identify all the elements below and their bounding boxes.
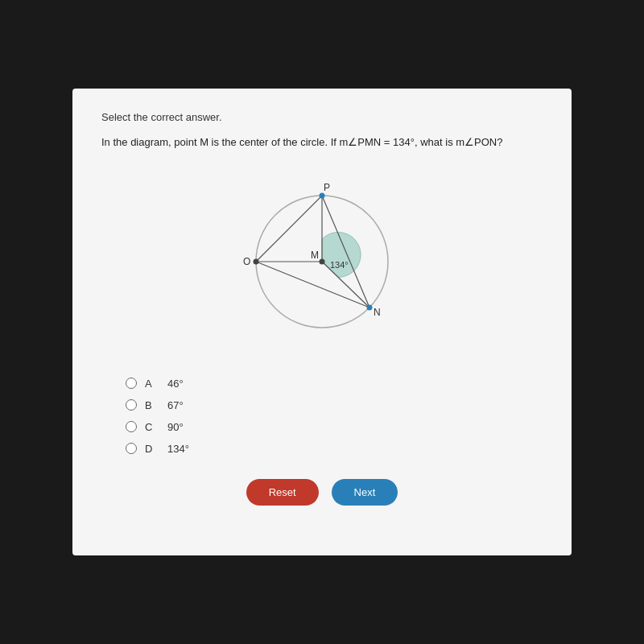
option-a-value: 46° bbox=[167, 378, 184, 390]
next-button[interactable]: Next bbox=[332, 479, 398, 506]
option-b-label: B bbox=[145, 399, 159, 411]
option-c[interactable]: C 90° bbox=[126, 421, 543, 433]
option-d-label: D bbox=[145, 443, 159, 455]
svg-text:N: N bbox=[374, 306, 381, 317]
svg-point-7 bbox=[320, 192, 325, 198]
question-card: Select the correct answer. In the diagra… bbox=[72, 89, 572, 555]
radio-d[interactable] bbox=[126, 443, 137, 454]
instruction-text: Select the correct answer. bbox=[101, 111, 543, 123]
option-b-value: 67° bbox=[167, 399, 184, 411]
svg-text:O: O bbox=[243, 256, 250, 267]
svg-point-11 bbox=[366, 304, 372, 310]
option-d[interactable]: D 134° bbox=[126, 443, 543, 455]
svg-text:P: P bbox=[324, 182, 330, 193]
svg-text:134°: 134° bbox=[330, 260, 349, 270]
option-b[interactable]: B 67° bbox=[126, 399, 543, 411]
radio-c[interactable] bbox=[126, 421, 137, 432]
svg-text:M: M bbox=[311, 250, 319, 261]
reset-button[interactable]: Reset bbox=[246, 479, 319, 506]
option-a[interactable]: A 46° bbox=[126, 378, 543, 390]
radio-a[interactable] bbox=[126, 378, 137, 389]
question-text: In the diagram, point M is the center of… bbox=[101, 134, 543, 151]
radio-b[interactable] bbox=[126, 399, 137, 411]
option-d-value: 134° bbox=[167, 443, 189, 455]
svg-point-13 bbox=[320, 258, 325, 264]
geometry-diagram: PONM134° bbox=[225, 165, 419, 358]
option-a-label: A bbox=[145, 378, 159, 390]
options-list: A 46° B 67° C 90° D 134° bbox=[126, 378, 543, 455]
svg-point-9 bbox=[254, 258, 259, 264]
option-c-label: C bbox=[145, 421, 159, 433]
action-buttons: Reset Next bbox=[101, 479, 543, 506]
diagram-container: PONM134° bbox=[101, 165, 543, 358]
option-c-value: 90° bbox=[167, 421, 184, 433]
